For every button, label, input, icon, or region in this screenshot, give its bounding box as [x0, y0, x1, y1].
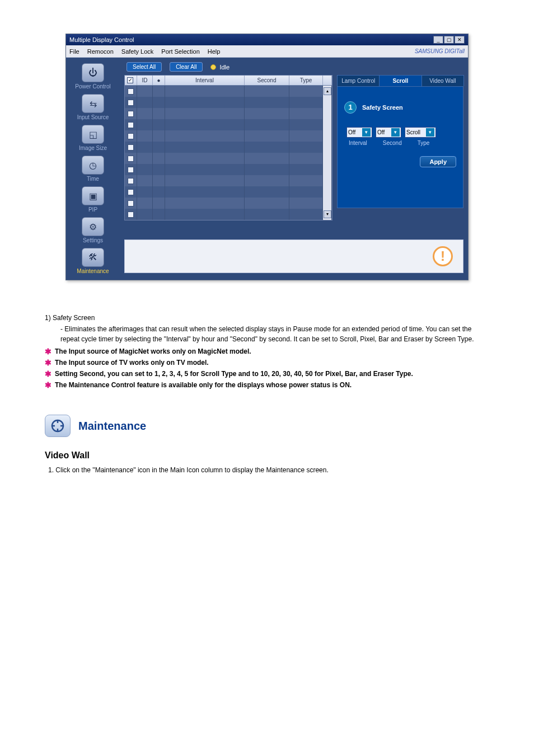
sidebar-item-time[interactable]: ◷ Time: [82, 156, 104, 182]
checkbox[interactable]: [128, 88, 134, 95]
table-body: ▴▾: [124, 86, 332, 220]
row-lamp: [153, 198, 165, 209]
menu-safety-lock[interactable]: Safety Lock: [121, 48, 153, 55]
table-header: ID ● Interval Second Type: [124, 75, 332, 86]
row-check[interactable]: [125, 130, 137, 142]
row-check[interactable]: [125, 175, 137, 186]
row-check[interactable]: [125, 119, 137, 130]
row-check[interactable]: [125, 97, 137, 108]
second-select[interactable]: Off ▾: [376, 127, 401, 138]
table-row[interactable]: [125, 164, 332, 175]
checkbox[interactable]: [128, 212, 134, 218]
row-check[interactable]: [125, 186, 137, 198]
sidebar-item-label: Image Size: [79, 145, 107, 151]
star-note-text: The Input source of TV works only on TV …: [55, 359, 489, 367]
close-button[interactable]: ✕: [455, 36, 465, 44]
checkbox[interactable]: [128, 100, 134, 106]
row-interval: [165, 142, 245, 153]
checkbox[interactable]: [128, 133, 134, 139]
select-all-button[interactable]: Select All: [127, 62, 162, 72]
row-id: [137, 198, 153, 209]
tab-video-wall[interactable]: Video Wall: [421, 75, 464, 86]
minimize-button[interactable]: _: [433, 36, 443, 44]
table-row[interactable]: [125, 198, 332, 209]
type-label: Type: [418, 140, 430, 146]
table-row[interactable]: ▾: [125, 209, 332, 220]
menu-remocon[interactable]: Remocon: [87, 48, 114, 55]
menu-help[interactable]: Help: [208, 48, 221, 55]
menu-file[interactable]: File: [69, 48, 79, 55]
scroll-up-icon[interactable]: ▴: [324, 87, 331, 95]
apply-button[interactable]: Apply: [420, 156, 456, 167]
checkbox[interactable]: [128, 167, 134, 173]
interval-label: Interval: [349, 140, 367, 146]
star-note: ✱ The Maintenance Control feature is ava…: [45, 381, 489, 389]
sidebar-item-settings[interactable]: ⚙ Settings: [82, 217, 104, 243]
checkbox[interactable]: [128, 156, 134, 162]
row-interval: [165, 209, 245, 220]
row-check[interactable]: [125, 209, 137, 220]
sidebar-item-image-size[interactable]: ◱ Image Size: [79, 125, 107, 151]
sidebar-item-label: Maintenance: [77, 268, 109, 274]
row-id: [137, 175, 153, 186]
point-1-title: 1) Safety Screen: [45, 314, 489, 322]
row-check[interactable]: [125, 164, 137, 175]
col-lamp: ●: [153, 76, 165, 85]
table-row[interactable]: [125, 119, 332, 130]
tab-lamp-control[interactable]: Lamp Control: [337, 75, 380, 86]
row-check[interactable]: [125, 86, 137, 97]
table-row[interactable]: [125, 186, 332, 198]
table-row[interactable]: [125, 108, 332, 119]
checkbox[interactable]: [128, 144, 134, 151]
checkbox[interactable]: [128, 189, 134, 195]
col-check[interactable]: [125, 76, 137, 85]
alert-icon: !: [433, 246, 453, 266]
row-type: [289, 164, 323, 175]
row-type: [289, 86, 323, 97]
row-check[interactable]: [125, 198, 137, 209]
sidebar-item-pip[interactable]: ▣ PIP: [82, 186, 104, 213]
row-scroll-gutter: [323, 108, 332, 119]
row-lamp: [153, 153, 165, 164]
subsection-title: Video Wall: [45, 450, 489, 461]
type-select[interactable]: Scroll ▾: [405, 127, 436, 138]
interval-select[interactable]: Off ▾: [346, 127, 372, 138]
star-note: ✱ The Input source of MagicNet works onl…: [45, 348, 489, 355]
row-check[interactable]: [125, 153, 137, 164]
scroll-down-icon[interactable]: ▾: [324, 210, 331, 218]
row-scroll-gutter: [323, 153, 332, 164]
row-check[interactable]: [125, 108, 137, 119]
idle-status-label: Idle: [219, 64, 229, 71]
table-row[interactable]: [125, 175, 332, 186]
row-interval: [165, 130, 245, 142]
row-scroll-gutter: [323, 164, 332, 175]
menu-port-selection[interactable]: Port Selection: [161, 48, 199, 55]
row-scroll-gutter: [323, 130, 332, 142]
row-id: [137, 108, 153, 119]
table-row[interactable]: [125, 97, 332, 108]
tabs: Lamp Control Scroll Video Wall: [337, 75, 463, 86]
maximize-button[interactable]: ▢: [444, 36, 454, 44]
tab-scroll[interactable]: Scroll: [379, 75, 421, 86]
sidebar-item-maintenance[interactable]: 🛠 Maintenance: [77, 248, 109, 274]
table-row[interactable]: ▴: [125, 86, 332, 97]
checkbox[interactable]: [128, 178, 134, 184]
row-type: [289, 209, 323, 220]
sidebar-item-input-source[interactable]: ⇆ Input Source: [77, 94, 109, 120]
checkbox[interactable]: [128, 111, 134, 117]
checkbox[interactable]: [128, 122, 134, 128]
checkbox[interactable]: [128, 200, 134, 206]
sidebar-item-power-control[interactable]: ⏻ Power Control: [75, 63, 110, 90]
row-check[interactable]: [125, 142, 137, 153]
display-list: ID ● Interval Second Type ▴▾: [124, 75, 332, 235]
row-id: [137, 86, 153, 97]
table-row[interactable]: [125, 130, 332, 142]
table-row[interactable]: [125, 153, 332, 164]
clear-all-button[interactable]: Clear All: [170, 62, 203, 72]
check-all[interactable]: [127, 77, 133, 83]
row-id: [137, 186, 153, 198]
menubar: File Remocon Safety Lock Port Selection …: [66, 45, 468, 58]
row-lamp: [153, 108, 165, 119]
table-row[interactable]: [125, 142, 332, 153]
top-controls: Select All Clear All Idle: [124, 62, 463, 72]
